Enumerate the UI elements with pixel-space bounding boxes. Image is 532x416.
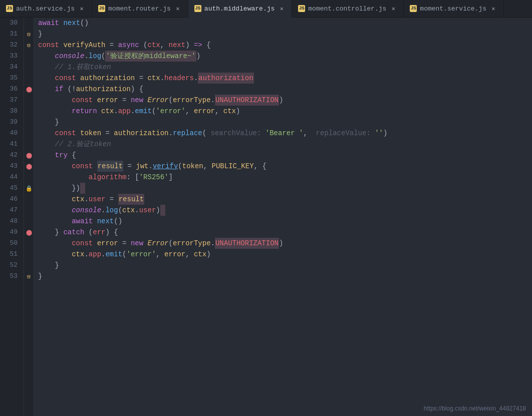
tab-close-icon[interactable]: ✕ xyxy=(389,5,397,13)
code-line-48: await next() xyxy=(38,216,532,227)
tab-label: moment.controller.js xyxy=(308,5,386,13)
tab-close-icon[interactable]: ✕ xyxy=(489,5,497,13)
gutter: ⊟ ⊟ ⬤ ⬤ ⬤ 🔒 ⬤ ⊟ xyxy=(24,18,34,416)
tab-label: moment.service.js xyxy=(420,5,486,13)
code-line-37: const error = new Error(errorType.UNAUTH… xyxy=(38,95,532,106)
watermark: https://blog.csdn.net/weixin_44827418 xyxy=(424,405,526,412)
code-line-36: if (!authorization) { xyxy=(38,84,532,95)
tab-icon: JS xyxy=(298,5,305,12)
tab-label: moment.router.js xyxy=(108,5,171,13)
code-line-53: } xyxy=(38,271,532,282)
tab-auth-middleware[interactable]: JS auth.middleware.js ✕ xyxy=(188,0,292,18)
code-line-40: const token = authorization.replace( sea… xyxy=(38,128,532,139)
code-line-33: console.log('验证授权的middleware~') xyxy=(38,51,532,62)
code-line-47: console.log(ctx.user) xyxy=(38,205,532,216)
tab-close-icon[interactable]: ✕ xyxy=(278,5,286,13)
code-line-30: await next() xyxy=(38,18,532,29)
editor-area: 30 31 32 33 34 35 36 37 38 39 40 41 42 4… xyxy=(0,18,532,416)
code-line-49: } catch (err) { xyxy=(38,227,532,238)
tab-label: auth.middleware.js xyxy=(204,5,275,13)
code-line-43: const result = jwt.verify(token, PUBLIC_… xyxy=(38,161,532,172)
tab-icon: JS xyxy=(410,5,417,12)
code-line-45: }) xyxy=(38,183,532,194)
tab-auth-service[interactable]: JS auth.service.js ✕ xyxy=(0,0,92,17)
code-line-46: ctx.user = result xyxy=(38,194,532,205)
code-line-51: ctx.app.emit('error', error, ctx) xyxy=(38,249,532,260)
code-line-42: try { xyxy=(38,150,532,161)
code-line-44: algorithm: ['RS256'] xyxy=(38,172,532,183)
tab-moment-controller[interactable]: JS moment.controller.js ✕ xyxy=(292,0,404,17)
tab-moment-service[interactable]: JS moment.service.js ✕ xyxy=(404,0,504,17)
code-line-50: const error = new Error(errorType.UNAUTH… xyxy=(38,238,532,249)
tab-icon: JS xyxy=(98,5,105,12)
code-line-41: // 2.验证token xyxy=(38,139,532,150)
line-numbers: 30 31 32 33 34 35 36 37 38 39 40 41 42 4… xyxy=(0,18,24,416)
code-line-39: } xyxy=(38,117,532,128)
tab-label: auth.service.js xyxy=(16,5,75,13)
tab-icon: JS xyxy=(194,5,201,12)
code-content: await next() } const verifyAuth = async … xyxy=(34,18,532,416)
tab-bar: JS auth.service.js ✕ JS moment.router.js… xyxy=(0,0,532,18)
code-line-31: } xyxy=(38,29,532,40)
tab-moment-router[interactable]: JS moment.router.js ✕ xyxy=(92,0,188,17)
code-line-52: } xyxy=(38,260,532,271)
tab-close-icon[interactable]: ✕ xyxy=(78,5,86,13)
code-line-35: const authorization = ctx.headers.author… xyxy=(38,73,532,84)
code-line-34: // 1.获取token xyxy=(38,62,532,73)
tab-icon: JS xyxy=(6,5,13,12)
code-line-32: const verifyAuth = async (ctx, next) => … xyxy=(38,40,532,51)
tab-close-icon[interactable]: ✕ xyxy=(174,5,182,13)
code-line-38: return ctx.app.emit('error', error, ctx) xyxy=(38,106,532,117)
